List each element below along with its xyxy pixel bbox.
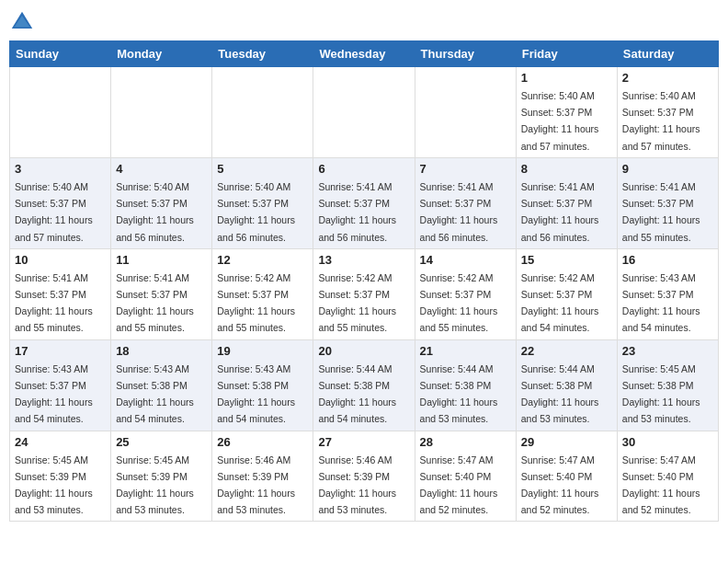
day-info: Sunrise: 5:46 AM Sunset: 5:39 PM Dayligh… (318, 454, 396, 516)
day-number: 8 (521, 162, 612, 176)
day-info: Sunrise: 5:41 AM Sunset: 5:37 PM Dayligh… (116, 272, 194, 334)
day-number: 18 (116, 344, 207, 358)
day-number: 1 (521, 71, 612, 85)
day-number: 5 (217, 162, 308, 176)
calendar-week-row: 17Sunrise: 5:43 AM Sunset: 5:37 PM Dayli… (10, 339, 719, 431)
calendar-cell: 15Sunrise: 5:42 AM Sunset: 5:37 PM Dayli… (516, 248, 617, 339)
calendar-cell: 19Sunrise: 5:43 AM Sunset: 5:38 PM Dayli… (212, 339, 313, 431)
calendar-week-row: 24Sunrise: 5:45 AM Sunset: 5:39 PM Dayli… (10, 431, 719, 522)
day-number: 16 (622, 253, 713, 267)
day-of-week-header: Wednesday (313, 41, 415, 67)
day-number: 2 (622, 71, 713, 85)
day-info: Sunrise: 5:41 AM Sunset: 5:37 PM Dayligh… (622, 181, 700, 243)
calendar-cell: 2Sunrise: 5:40 AM Sunset: 5:37 PM Daylig… (617, 67, 718, 158)
day-number: 26 (217, 435, 308, 449)
calendar-week-row: 3Sunrise: 5:40 AM Sunset: 5:37 PM Daylig… (10, 157, 719, 248)
day-info: Sunrise: 5:45 AM Sunset: 5:39 PM Dayligh… (116, 454, 194, 516)
day-number: 20 (318, 344, 409, 358)
calendar-cell: 9Sunrise: 5:41 AM Sunset: 5:37 PM Daylig… (617, 157, 718, 248)
logo-icon (9, 9, 35, 35)
day-number: 17 (15, 344, 106, 358)
calendar-cell: 5Sunrise: 5:40 AM Sunset: 5:37 PM Daylig… (212, 157, 313, 248)
day-number: 9 (622, 162, 713, 176)
calendar-cell: 18Sunrise: 5:43 AM Sunset: 5:38 PM Dayli… (111, 339, 212, 431)
calendar-header-row: SundayMondayTuesdayWednesdayThursdayFrid… (10, 41, 719, 67)
day-info: Sunrise: 5:40 AM Sunset: 5:37 PM Dayligh… (521, 90, 599, 152)
day-info: Sunrise: 5:44 AM Sunset: 5:38 PM Dayligh… (420, 363, 498, 425)
day-number: 10 (15, 253, 106, 267)
day-number: 15 (521, 253, 612, 267)
calendar-cell: 26Sunrise: 5:46 AM Sunset: 5:39 PM Dayli… (212, 431, 313, 522)
day-number: 28 (420, 435, 511, 449)
calendar-cell: 22Sunrise: 5:44 AM Sunset: 5:38 PM Dayli… (516, 339, 617, 431)
day-number: 23 (622, 344, 713, 358)
day-info: Sunrise: 5:42 AM Sunset: 5:37 PM Dayligh… (318, 272, 396, 334)
day-number: 25 (116, 435, 207, 449)
day-number: 7 (420, 162, 511, 176)
calendar-cell: 4Sunrise: 5:40 AM Sunset: 5:37 PM Daylig… (111, 157, 212, 248)
page-header (9, 9, 719, 35)
day-number: 29 (521, 435, 612, 449)
day-number: 13 (318, 253, 409, 267)
day-of-week-header: Sunday (10, 41, 111, 67)
calendar-cell: 16Sunrise: 5:43 AM Sunset: 5:37 PM Dayli… (617, 248, 718, 339)
day-number: 12 (217, 253, 308, 267)
calendar-cell: 25Sunrise: 5:45 AM Sunset: 5:39 PM Dayli… (111, 431, 212, 522)
calendar-cell: 30Sunrise: 5:47 AM Sunset: 5:40 PM Dayli… (617, 431, 718, 522)
day-number: 19 (217, 344, 308, 358)
logo (9, 9, 39, 35)
calendar-cell: 13Sunrise: 5:42 AM Sunset: 5:37 PM Dayli… (313, 248, 415, 339)
calendar-cell (10, 67, 111, 158)
day-number: 24 (15, 435, 106, 449)
day-info: Sunrise: 5:41 AM Sunset: 5:37 PM Dayligh… (420, 181, 498, 243)
day-number: 27 (318, 435, 409, 449)
day-number: 14 (420, 253, 511, 267)
calendar-cell: 11Sunrise: 5:41 AM Sunset: 5:37 PM Dayli… (111, 248, 212, 339)
day-info: Sunrise: 5:45 AM Sunset: 5:38 PM Dayligh… (622, 363, 700, 425)
day-info: Sunrise: 5:44 AM Sunset: 5:38 PM Dayligh… (521, 363, 599, 425)
calendar-cell: 8Sunrise: 5:41 AM Sunset: 5:37 PM Daylig… (516, 157, 617, 248)
calendar-cell: 20Sunrise: 5:44 AM Sunset: 5:38 PM Dayli… (313, 339, 415, 431)
day-info: Sunrise: 5:40 AM Sunset: 5:37 PM Dayligh… (15, 181, 93, 243)
day-number: 11 (116, 253, 207, 267)
day-of-week-header: Friday (516, 41, 617, 67)
day-info: Sunrise: 5:42 AM Sunset: 5:37 PM Dayligh… (217, 272, 295, 334)
calendar-cell: 27Sunrise: 5:46 AM Sunset: 5:39 PM Dayli… (313, 431, 415, 522)
day-info: Sunrise: 5:41 AM Sunset: 5:37 PM Dayligh… (15, 272, 93, 334)
calendar-cell: 23Sunrise: 5:45 AM Sunset: 5:38 PM Dayli… (617, 339, 718, 431)
day-info: Sunrise: 5:45 AM Sunset: 5:39 PM Dayligh… (15, 454, 93, 516)
calendar-cell: 1Sunrise: 5:40 AM Sunset: 5:37 PM Daylig… (516, 67, 617, 158)
day-info: Sunrise: 5:47 AM Sunset: 5:40 PM Dayligh… (420, 454, 498, 516)
day-number: 4 (116, 162, 207, 176)
day-info: Sunrise: 5:47 AM Sunset: 5:40 PM Dayligh… (521, 454, 599, 516)
day-of-week-header: Tuesday (212, 41, 313, 67)
day-info: Sunrise: 5:44 AM Sunset: 5:38 PM Dayligh… (318, 363, 396, 425)
day-info: Sunrise: 5:41 AM Sunset: 5:37 PM Dayligh… (318, 181, 396, 243)
day-number: 30 (622, 435, 713, 449)
day-info: Sunrise: 5:40 AM Sunset: 5:37 PM Dayligh… (217, 181, 295, 243)
day-info: Sunrise: 5:47 AM Sunset: 5:40 PM Dayligh… (622, 454, 700, 516)
calendar-cell: 3Sunrise: 5:40 AM Sunset: 5:37 PM Daylig… (10, 157, 111, 248)
day-info: Sunrise: 5:40 AM Sunset: 5:37 PM Dayligh… (116, 181, 194, 243)
calendar-table: SundayMondayTuesdayWednesdayThursdayFrid… (9, 40, 719, 522)
day-info: Sunrise: 5:43 AM Sunset: 5:37 PM Dayligh… (622, 272, 700, 334)
calendar-week-row: 1Sunrise: 5:40 AM Sunset: 5:37 PM Daylig… (10, 67, 719, 158)
day-of-week-header: Saturday (617, 41, 718, 67)
day-number: 3 (15, 162, 106, 176)
day-info: Sunrise: 5:42 AM Sunset: 5:37 PM Dayligh… (521, 272, 599, 334)
calendar-cell: 21Sunrise: 5:44 AM Sunset: 5:38 PM Dayli… (415, 339, 516, 431)
day-info: Sunrise: 5:43 AM Sunset: 5:38 PM Dayligh… (217, 363, 295, 425)
calendar-cell: 29Sunrise: 5:47 AM Sunset: 5:40 PM Dayli… (516, 431, 617, 522)
calendar-week-row: 10Sunrise: 5:41 AM Sunset: 5:37 PM Dayli… (10, 248, 719, 339)
calendar-cell: 14Sunrise: 5:42 AM Sunset: 5:37 PM Dayli… (415, 248, 516, 339)
day-number: 22 (521, 344, 612, 358)
day-info: Sunrise: 5:43 AM Sunset: 5:38 PM Dayligh… (116, 363, 194, 425)
calendar-cell (313, 67, 415, 158)
calendar-cell (111, 67, 212, 158)
day-number: 6 (318, 162, 409, 176)
calendar-cell (212, 67, 313, 158)
calendar-cell: 10Sunrise: 5:41 AM Sunset: 5:37 PM Dayli… (10, 248, 111, 339)
day-info: Sunrise: 5:42 AM Sunset: 5:37 PM Dayligh… (420, 272, 498, 334)
day-info: Sunrise: 5:41 AM Sunset: 5:37 PM Dayligh… (521, 181, 599, 243)
calendar-cell: 24Sunrise: 5:45 AM Sunset: 5:39 PM Dayli… (10, 431, 111, 522)
